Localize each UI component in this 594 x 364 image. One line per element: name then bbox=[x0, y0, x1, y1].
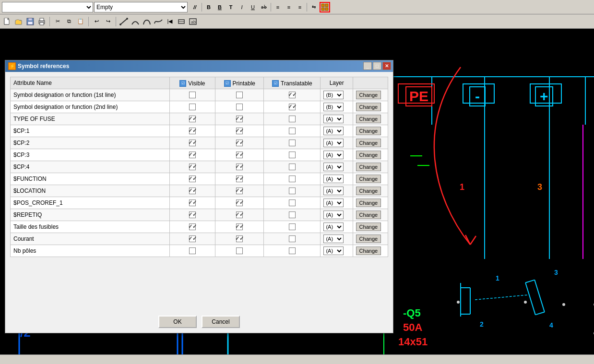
minimize-btn[interactable]: _ bbox=[363, 62, 372, 70]
action-cell[interactable]: Change bbox=[353, 185, 388, 197]
translatable-cell[interactable] bbox=[264, 149, 321, 161]
visible-cell[interactable]: ✓ bbox=[169, 137, 215, 149]
layer-cell[interactable]: (A) bbox=[321, 221, 353, 233]
printable-cell[interactable]: ✓ bbox=[215, 137, 264, 149]
layer-select[interactable]: (B) bbox=[323, 103, 344, 111]
printable-checkbox[interactable]: ✓ bbox=[236, 200, 243, 206]
translatable-checkbox[interactable] bbox=[289, 176, 296, 182]
visible-checkbox[interactable]: ✓ bbox=[189, 200, 196, 206]
visible-checkbox[interactable] bbox=[189, 247, 196, 254]
printable-cell[interactable] bbox=[215, 89, 264, 101]
layer-cell[interactable]: (A) bbox=[321, 245, 353, 257]
layer-cell[interactable]: (A) bbox=[321, 137, 353, 149]
layer-select[interactable]: (A) bbox=[323, 199, 344, 207]
draw-spline-btn[interactable] bbox=[153, 16, 164, 27]
symbol-btn[interactable]: ab bbox=[188, 16, 198, 27]
layer-cell[interactable]: (A) bbox=[321, 233, 353, 245]
change-button[interactable]: Change bbox=[356, 139, 381, 147]
layer-cell[interactable]: (A) bbox=[321, 125, 353, 137]
action-cell[interactable]: Change bbox=[353, 161, 388, 173]
action-cell[interactable]: Change bbox=[353, 89, 388, 101]
printable-checkbox[interactable] bbox=[236, 247, 243, 254]
layer-select[interactable]: (A) bbox=[323, 139, 344, 147]
translatable-cell[interactable] bbox=[264, 137, 321, 149]
maximize-btn[interactable]: □ bbox=[373, 62, 381, 70]
layer-select[interactable]: (A) bbox=[323, 211, 344, 219]
change-button[interactable]: Change bbox=[356, 223, 381, 231]
printable-checkbox[interactable]: ✓ bbox=[236, 223, 243, 230]
printable-checkbox[interactable]: ✓ bbox=[236, 116, 243, 122]
visible-cell[interactable] bbox=[169, 245, 215, 257]
visible-cell[interactable]: ✓ bbox=[169, 209, 215, 221]
translatable-checkbox[interactable] bbox=[289, 152, 296, 158]
visible-cell[interactable]: ✓ bbox=[169, 197, 215, 209]
new-doc-btn[interactable] bbox=[2, 16, 12, 27]
printable-checkbox[interactable] bbox=[236, 92, 243, 98]
bold-box-btn[interactable]: B bbox=[214, 2, 225, 12]
visible-cell[interactable]: ✓ bbox=[169, 233, 215, 245]
printable-checkbox[interactable] bbox=[236, 104, 243, 110]
printable-cell[interactable]: ✓ bbox=[215, 233, 264, 245]
layer-cell[interactable]: (A) bbox=[321, 173, 353, 185]
save-btn[interactable] bbox=[25, 16, 36, 27]
printable-cell[interactable]: ✓ bbox=[215, 149, 264, 161]
action-cell[interactable]: Change bbox=[353, 149, 388, 161]
layer-cell[interactable]: (A) bbox=[321, 113, 353, 125]
translatable-checkbox[interactable] bbox=[289, 211, 296, 218]
action-cell[interactable]: Change bbox=[353, 221, 388, 233]
special-draw-btn[interactable] bbox=[176, 16, 187, 27]
change-button[interactable]: Change bbox=[356, 187, 381, 195]
italic-btn[interactable]: // bbox=[190, 2, 200, 12]
layer-cell[interactable]: (A) bbox=[321, 185, 353, 197]
printable-cell[interactable]: ✓ bbox=[215, 161, 264, 173]
action-cell[interactable]: Change bbox=[353, 233, 388, 245]
visible-checkbox[interactable]: ✓ bbox=[189, 176, 196, 182]
change-button[interactable]: Change bbox=[356, 127, 381, 135]
printable-cell[interactable]: ✓ bbox=[215, 113, 264, 125]
translatable-checkbox[interactable] bbox=[289, 235, 296, 242]
copy-btn[interactable]: ⧉ bbox=[64, 16, 74, 27]
layer-select[interactable]: (A) bbox=[323, 163, 344, 171]
visible-checkbox[interactable]: ✓ bbox=[189, 223, 196, 230]
translatable-checkbox[interactable] bbox=[289, 188, 296, 194]
ok-button[interactable]: OK bbox=[158, 316, 197, 328]
style-dropdown[interactable] bbox=[2, 2, 93, 12]
action-cell[interactable]: Change bbox=[353, 209, 388, 221]
change-button[interactable]: Change bbox=[356, 175, 381, 183]
printable-checkbox[interactable]: ✓ bbox=[236, 211, 243, 218]
printable-cell[interactable]: ✓ bbox=[215, 173, 264, 185]
change-button[interactable]: Change bbox=[356, 163, 381, 171]
change-button[interactable]: Change bbox=[356, 199, 381, 207]
change-button[interactable]: Change bbox=[356, 247, 381, 255]
layer-select[interactable]: (A) bbox=[323, 115, 344, 123]
translatable-cell[interactable] bbox=[264, 161, 321, 173]
redo-btn[interactable]: ↪ bbox=[103, 16, 113, 27]
layer-select[interactable]: (A) bbox=[323, 151, 344, 159]
printable-cell[interactable]: ✓ bbox=[215, 209, 264, 221]
align-right-btn[interactable]: ≡ bbox=[295, 2, 305, 12]
draw-wire-btn[interactable] bbox=[119, 16, 129, 27]
translatable-checkbox[interactable] bbox=[289, 164, 296, 170]
translatable-cell[interactable] bbox=[264, 125, 321, 137]
translatable-cell[interactable] bbox=[264, 185, 321, 197]
layer-select[interactable]: (A) bbox=[323, 247, 344, 255]
translatable-cell[interactable] bbox=[264, 113, 321, 125]
printable-cell[interactable]: ✓ bbox=[215, 125, 264, 137]
visible-checkbox[interactable]: ✓ bbox=[189, 164, 196, 170]
draw-curve-btn[interactable] bbox=[142, 16, 152, 27]
action-cell[interactable]: Change bbox=[353, 113, 388, 125]
cancel-button[interactable]: Cancel bbox=[202, 316, 240, 328]
layer-select[interactable]: (B) bbox=[323, 91, 344, 99]
change-button[interactable]: Change bbox=[356, 235, 381, 243]
draw-arc-btn[interactable] bbox=[130, 16, 141, 27]
visible-checkbox[interactable] bbox=[189, 104, 196, 110]
print-btn[interactable] bbox=[36, 16, 47, 27]
translatable-checkbox[interactable] bbox=[289, 223, 296, 230]
nav-btn[interactable]: |◀ bbox=[165, 16, 175, 27]
undo-btn[interactable]: ↩ bbox=[91, 16, 102, 27]
translatable-cell[interactable]: ✓ bbox=[264, 101, 321, 113]
action-cell[interactable]: Change bbox=[353, 101, 388, 113]
layer-select[interactable]: (A) bbox=[323, 187, 344, 195]
align-left-btn[interactable]: ≡ bbox=[273, 2, 283, 12]
change-button[interactable]: Change bbox=[356, 91, 381, 99]
